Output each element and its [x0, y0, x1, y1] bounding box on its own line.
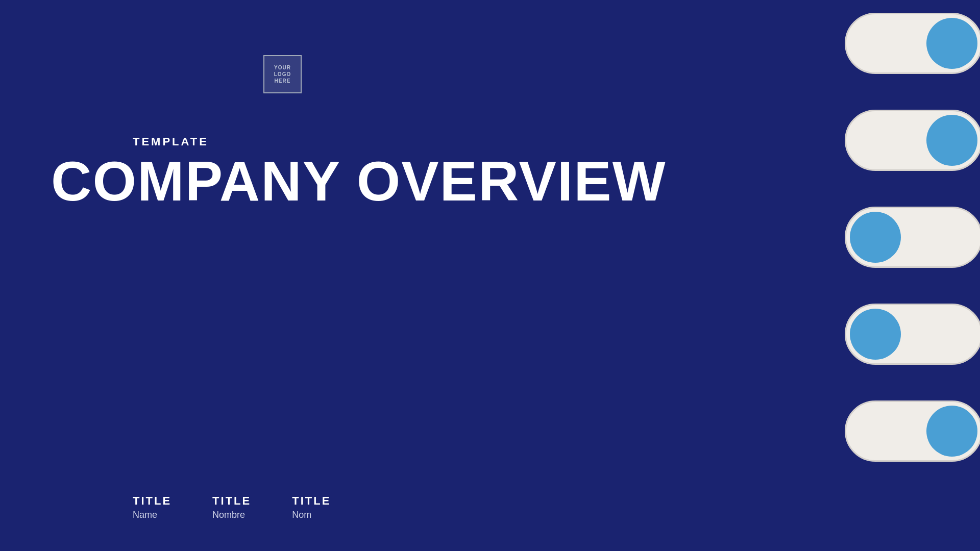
- toggle-track-4[interactable]: [845, 304, 980, 365]
- title-label-3: TITLE: [292, 494, 331, 508]
- title-label-1: TITLE: [133, 494, 172, 508]
- toggle-knob-3[interactable]: [850, 212, 901, 263]
- toggle-track-2[interactable]: [845, 110, 980, 171]
- main-container: YOURLOGOHERE TEMPLATE COMPANY OVERVIEW T…: [0, 0, 980, 551]
- main-title: COMPANY OVERVIEW: [51, 153, 667, 209]
- toggle-knob-5[interactable]: [926, 406, 977, 457]
- bottom-titles-container: TITLE Name TITLE Nombre TITLE Nom: [133, 494, 331, 520]
- title-name-1: Name: [133, 510, 157, 520]
- toggle-track-5[interactable]: [845, 400, 980, 462]
- logo-placeholder: YOURLOGOHERE: [263, 55, 302, 93]
- title-group-2: TITLE Nombre: [212, 494, 251, 520]
- title-name-2: Nombre: [212, 510, 245, 520]
- title-label-2: TITLE: [212, 494, 251, 508]
- template-label: TEMPLATE: [133, 135, 209, 148]
- slider-3-wrapper: [832, 189, 980, 286]
- logo-text: YOURLOGOHERE: [274, 64, 291, 84]
- slider-2-wrapper: [832, 92, 980, 189]
- slider-5-wrapper: [832, 383, 980, 480]
- toggle-knob-4[interactable]: [850, 309, 901, 360]
- toggle-knob-1[interactable]: [926, 18, 977, 69]
- slider-4-wrapper: [832, 286, 980, 383]
- slider-1-wrapper: [832, 0, 980, 92]
- title-group-1: TITLE Name: [133, 494, 172, 520]
- toggle-knob-2[interactable]: [926, 115, 977, 166]
- sliders-container: [832, 0, 980, 480]
- toggle-track-3[interactable]: [845, 207, 980, 268]
- toggle-track-1[interactable]: [845, 13, 980, 74]
- title-name-3: Nom: [292, 510, 311, 520]
- title-group-3: TITLE Nom: [292, 494, 331, 520]
